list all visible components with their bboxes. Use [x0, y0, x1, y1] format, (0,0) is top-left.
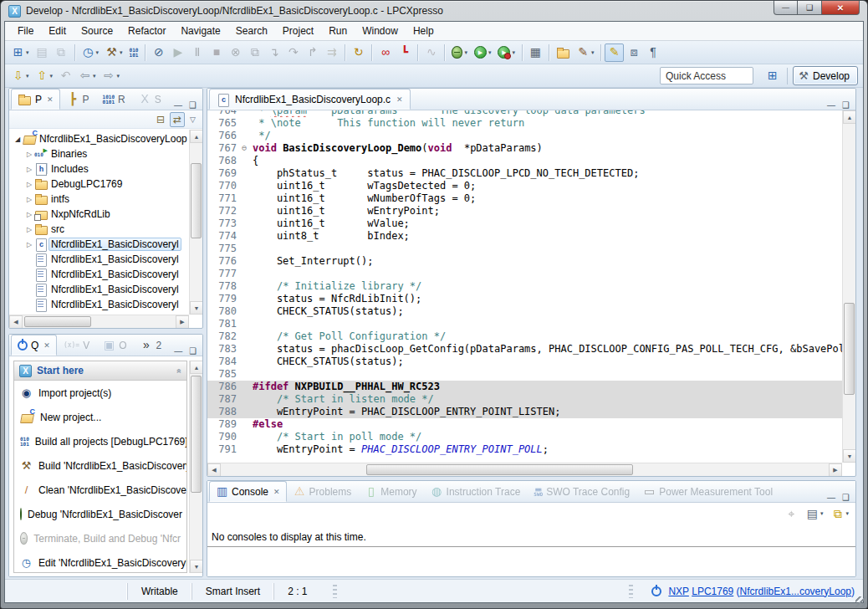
skip-breakpoints-button[interactable]: ⊘: [149, 44, 168, 62]
close-tab-icon[interactable]: ✕: [396, 95, 403, 104]
line-number[interactable]: 790: [213, 431, 242, 443]
annotation-ruler[interactable]: [207, 110, 213, 117]
dropdown-arrow-icon[interactable]: ▾: [464, 49, 467, 56]
qs-build[interactable]: ⚒Build 'NfcrdlibEx1_BasicDiscovery: [14, 453, 186, 478]
line-number[interactable]: 784: [213, 356, 242, 368]
scroll-left-icon[interactable]: ◀: [207, 463, 221, 477]
maximize-view-icon[interactable]: ❑: [842, 100, 850, 110]
dropdown-arrow-icon[interactable]: ▾: [512, 49, 515, 56]
line-number[interactable]: 766: [213, 130, 242, 142]
annotation-ruler[interactable]: [207, 142, 213, 155]
resize-grip[interactable]: [855, 596, 866, 607]
develop-perspective-button[interactable]: ⚒ Develop: [793, 66, 858, 85]
annotation-ruler[interactable]: [207, 155, 213, 167]
collapse-section-icon[interactable]: »: [175, 368, 184, 373]
line-number[interactable]: 782: [213, 330, 242, 343]
close-tab-icon[interactable]: ✕: [47, 95, 54, 104]
annotation-ruler[interactable]: [207, 293, 213, 305]
drop-to-frame-button[interactable]: ⧉: [245, 44, 264, 62]
annotation-ruler[interactable]: [207, 343, 213, 356]
line-number[interactable]: 772: [213, 205, 242, 218]
edit-launch-configs-button[interactable]: ◷▾: [79, 44, 103, 62]
tab-project-explorer[interactable]: P✕: [11, 89, 60, 110]
tab-registers[interactable]: 1010 0101R: [96, 89, 132, 110]
annotation-ruler[interactable]: [207, 130, 213, 142]
qs-import-projects[interactable]: ◉Import project(s): [14, 381, 186, 405]
tree-item[interactable]: ◢NfcrdlibEx1_BasicDiscoveryLoop: [9, 131, 189, 146]
line-number[interactable]: 768: [213, 155, 242, 167]
menu-search[interactable]: Search: [228, 23, 275, 39]
pin-console-button[interactable]: ⌖: [782, 504, 801, 523]
fold-collapse-icon[interactable]: ⊖: [242, 142, 253, 155]
link-server-button[interactable]: ∞: [375, 44, 395, 62]
scroll-up-icon[interactable]: ▲: [843, 110, 856, 124]
save-button[interactable]: ▤: [33, 44, 52, 62]
line-number[interactable]: 764: [213, 110, 242, 117]
annotation-ruler[interactable]: [207, 318, 213, 330]
annotation-ruler[interactable]: [207, 167, 213, 180]
scroll-thumb[interactable]: [366, 464, 633, 475]
chip-button[interactable]: ▦: [526, 44, 545, 62]
view-menu-icon[interactable]: ▽: [186, 114, 199, 125]
start-here-header[interactable]: X Start here »: [14, 361, 186, 381]
dropdown-arrow-icon[interactable]: ▾: [26, 49, 29, 56]
step-into-button[interactable]: ↴: [264, 44, 283, 62]
tab-instruction-trace[interactable]: ◍Instruction Trace: [424, 481, 528, 502]
step-return-button[interactable]: ↱: [303, 44, 322, 62]
minimize-view-icon[interactable]: —: [174, 346, 182, 356]
editor-vscrollbar[interactable]: ▲ ▼: [842, 110, 855, 463]
scroll-down-icon[interactable]: ▼: [843, 449, 856, 463]
tree-item[interactable]: NfcrdlibEx1_BasicDiscoveryl: [9, 252, 189, 267]
new-wizard-button[interactable]: ⊞▾: [8, 44, 33, 62]
close-tab-icon[interactable]: ✕: [273, 488, 280, 496]
dropdown-arrow-icon[interactable]: ▾: [845, 510, 849, 517]
qs-debug[interactable]: Debug 'NfcrdlibEx1_BasicDiscover: [14, 502, 186, 526]
project-link[interactable]: NfcrdlibEx1...coveryLoop: [740, 586, 851, 597]
annotation-ruler[interactable]: [207, 255, 213, 268]
build-button[interactable]: ⚒▾: [102, 44, 126, 62]
annotation-ruler[interactable]: [207, 381, 213, 393]
terminate-button[interactable]: ■: [207, 44, 226, 62]
program-flash-button[interactable]: ⇧▾: [33, 67, 57, 85]
trace-button[interactable]: ∿: [421, 44, 441, 62]
code-view[interactable]: 764 * \param pDataParams The discovery l…: [207, 110, 842, 463]
dropdown-arrow-icon[interactable]: ▾: [820, 510, 824, 517]
menu-help[interactable]: Help: [406, 23, 442, 39]
annotation-ruler[interactable]: [207, 330, 213, 343]
tree-item[interactable]: NfcrdlibEx1_BasicDiscoveryl: [9, 282, 189, 297]
menu-edit[interactable]: Edit: [41, 23, 74, 39]
line-number[interactable]: 765: [213, 117, 242, 130]
line-number[interactable]: 785: [213, 368, 242, 381]
tree-collapsed-icon[interactable]: ▷: [24, 181, 34, 188]
tree-item[interactable]: ▷src: [9, 222, 189, 237]
tab-power-measurement[interactable]: ▭Power Measurement Tool: [636, 481, 779, 502]
maximize-button[interactable]: ❑: [798, 1, 822, 15]
line-number[interactable]: 767: [213, 142, 242, 155]
scroll-thumb[interactable]: [844, 303, 855, 395]
line-number[interactable]: 770: [213, 180, 242, 192]
annotation-ruler[interactable]: [207, 268, 213, 280]
build-all-button[interactable]: 010 101: [126, 44, 142, 62]
menu-file[interactable]: File: [10, 23, 41, 39]
annotation-ruler[interactable]: [207, 368, 213, 381]
vendor-link[interactable]: NXP: [668, 586, 688, 597]
tree-item[interactable]: ▷Binaries: [9, 146, 189, 161]
boot-button[interactable]: ┗: [395, 44, 414, 62]
tab-peripherals[interactable]: ┣P: [60, 89, 96, 110]
tree-item[interactable]: ▷intfs: [9, 192, 189, 207]
line-number[interactable]: 773: [213, 218, 242, 230]
display-selected-console-button[interactable]: ▤▾: [803, 504, 827, 523]
line-number[interactable]: 786: [213, 381, 242, 393]
qs-edit[interactable]: ◷Edit 'NfcrdlibEx1_BasicDiscoveryL: [14, 550, 186, 573]
forward-button[interactable]: ⇨▾: [100, 67, 124, 85]
line-number[interactable]: 778: [213, 280, 242, 293]
dropdown-arrow-icon[interactable]: ▾: [26, 73, 29, 79]
annotation-ruler[interactable]: [207, 192, 213, 205]
minimize-button[interactable]: —: [774, 1, 798, 15]
profile-button[interactable]: ▶▾: [494, 44, 518, 62]
quick-download-button[interactable]: ⇩▾: [8, 67, 33, 85]
tab-overflow[interactable]: »2: [134, 335, 169, 356]
tab-symbol-viewer[interactable]: XS: [132, 89, 168, 110]
tab-problems[interactable]: ⚠Problems: [287, 481, 359, 502]
tree-collapsed-icon[interactable]: ▷: [24, 241, 34, 248]
